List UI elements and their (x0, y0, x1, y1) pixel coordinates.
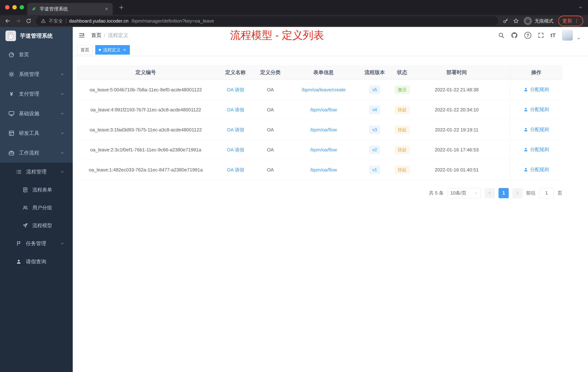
window-minimize-button[interactable] (12, 5, 17, 10)
definition-name-link[interactable]: OA 请假 (227, 127, 244, 132)
browser-chrome: 芋道管理系统 不安全 dashboard.yudao.iocoder.cn/bp… (0, 0, 588, 27)
sidebar-item-user-group[interactable]: 用户分组 (0, 199, 73, 217)
col-definition-name: 定义名称 (214, 65, 257, 80)
sidebar-item-leave-query[interactable]: 请假查询 (0, 253, 73, 271)
sidebar-item-payment[interactable]: ¥ 支付管理 (0, 84, 73, 104)
active-tag-dot (99, 49, 101, 51)
page-number-button[interactable]: 1 (499, 188, 509, 198)
sidebar-item-devtools[interactable]: 研发工具 (0, 123, 73, 143)
browser-toolbar: 不安全 dashboard.yudao.iocoder.cn/bpm/manag… (0, 15, 588, 27)
assign-rule-button[interactable]: 分配规则 (524, 146, 549, 153)
prev-page-button[interactable] (485, 188, 495, 198)
breadcrumb-home-link[interactable]: 首页 (91, 32, 101, 39)
version-badge: v2 (369, 146, 380, 154)
sidebar-item-label: 流程模型 (32, 222, 52, 229)
tab-close-icon[interactable] (104, 7, 109, 11)
tag-process-definition[interactable]: 流程定义 (95, 45, 130, 55)
fullscreen-icon[interactable] (538, 32, 544, 38)
assign-rule-label: 分配规则 (530, 86, 549, 93)
window-close-button[interactable] (5, 5, 10, 10)
col-filler (496, 65, 510, 80)
definition-name-link[interactable]: OA 请假 (227, 147, 244, 153)
dashboard-icon (8, 52, 15, 58)
users-icon (22, 205, 28, 210)
sidebar-item-infrastructure[interactable]: 基础设施 (0, 104, 73, 123)
password-key-icon[interactable] (503, 18, 508, 24)
sidebar-item-process-form[interactable]: 流程表单 (0, 181, 73, 199)
form-info-link[interactable]: /bpm/oa/leave/create (302, 87, 346, 92)
sidebar-fold-icon[interactable] (79, 32, 85, 39)
tab-title: 芋道管理系统 (40, 6, 101, 12)
browser-tab[interactable]: 芋道管理系统 (27, 3, 113, 15)
help-icon[interactable]: ? (524, 32, 531, 39)
pagination-total: 共 5 条 (429, 190, 444, 196)
window-zoom-button[interactable] (20, 5, 24, 10)
assign-rule-button[interactable]: 分配规则 (524, 86, 549, 93)
tag-home[interactable]: 首页 (77, 45, 93, 55)
definition-id-cell: oa_leave:5:004b710b-7b8a-11ec-8ef0-acde4… (77, 80, 214, 100)
sidebar-item-system[interactable]: 系统管理 (0, 65, 73, 84)
traffic-lights (5, 5, 24, 10)
sidebar-item-task-management[interactable]: 任务管理 (0, 234, 73, 253)
sidebar-item-home[interactable]: 首页 (0, 45, 73, 65)
sidebar-item-process-model[interactable]: 流程模型 (0, 217, 73, 234)
col-actions: 操作 (510, 65, 562, 80)
tag-close-icon[interactable] (123, 48, 126, 52)
goto-page-input[interactable] (539, 188, 554, 198)
form-info-link[interactable]: /bpm/oa/flow (310, 127, 337, 132)
app-header: 首页 / 流程定义 流程模型 - 定义列表 ? tT (73, 27, 588, 44)
version-badge: v5 (369, 86, 380, 94)
status-badge: 挂起 (395, 166, 410, 174)
browser-update-button[interactable]: 更新 (558, 16, 583, 26)
form-info-link[interactable]: /bpm/oa/flow (310, 107, 337, 112)
definition-name-link[interactable]: OA 请假 (227, 87, 244, 92)
font-size-icon[interactable]: tT (551, 32, 556, 38)
sidebar-item-workflow[interactable]: 工作流程 (0, 143, 73, 163)
definition-name-link[interactable]: OA 请假 (227, 107, 244, 112)
user-avatar[interactable] (562, 30, 573, 41)
col-definition-category: 定义分类 (257, 65, 284, 80)
incognito-indicator: 无痕模式 (524, 17, 554, 25)
kebab-menu-icon[interactable] (574, 18, 579, 23)
table-row: oa_leave:3:1fad3d93-7b75-11ec-a3c8-acde4… (77, 120, 562, 140)
person-icon (524, 127, 528, 132)
workflow-submenu: 流程管理 流程表单 用户分组 流程模型 任务管理 请假 (0, 163, 73, 271)
new-tab-button[interactable] (118, 5, 124, 10)
assign-rule-button[interactable]: 分配规则 (524, 126, 549, 133)
deploy-time-cell: 2022-01-16 01:40:51 (418, 160, 496, 180)
incognito-icon (525, 18, 531, 24)
definition-name-link[interactable]: OA 请假 (227, 167, 244, 173)
address-bar[interactable]: 不安全 dashboard.yudao.iocoder.cn/bpm/manag… (36, 16, 498, 26)
next-page-button[interactable] (512, 188, 523, 198)
avatar-caret-down-icon[interactable] (577, 37, 581, 41)
page-size-select[interactable]: 10条/页 (447, 188, 481, 198)
main-content: 定义编号 定义名称 定义分类 表单信息 流程版本 状态 部署时间 操作 oa_l… (73, 56, 588, 372)
sidebar-item-label: 首页 (19, 51, 29, 58)
toolbox-icon (8, 130, 15, 136)
assign-rule-button[interactable]: 分配规则 (524, 166, 549, 173)
version-badge: v4 (369, 106, 380, 114)
reload-button-icon[interactable] (26, 18, 31, 24)
briefcase-icon (8, 150, 15, 156)
forward-button-icon[interactable] (15, 18, 21, 24)
assign-rule-button[interactable]: 分配规则 (524, 106, 549, 113)
logo-title: 芋道管理系统 (20, 32, 53, 40)
sidebar-item-process-management[interactable]: 流程管理 (0, 163, 73, 181)
github-icon[interactable] (511, 32, 518, 39)
form-info-link[interactable]: /bpm/oa/flow (310, 167, 337, 173)
filler-cell (496, 100, 510, 120)
person-icon (16, 259, 21, 264)
back-button-icon[interactable] (5, 18, 10, 24)
tag-label: 流程定义 (103, 47, 121, 53)
bookmark-star-icon[interactable] (513, 18, 519, 24)
sidebar-item-label: 系统管理 (19, 71, 39, 78)
sidebar-logo[interactable]: 芋道管理系统 (0, 27, 73, 45)
monitor-icon (8, 110, 15, 117)
tab-search-button[interactable] (578, 5, 583, 10)
document-icon (22, 187, 28, 193)
assign-rule-label: 分配规则 (530, 166, 549, 173)
goto-unit: 页 (557, 190, 562, 196)
search-icon[interactable] (498, 32, 504, 38)
sidebar-item-label: 任务管理 (26, 240, 46, 247)
form-info-link[interactable]: /bpm/oa/flow (310, 147, 337, 153)
